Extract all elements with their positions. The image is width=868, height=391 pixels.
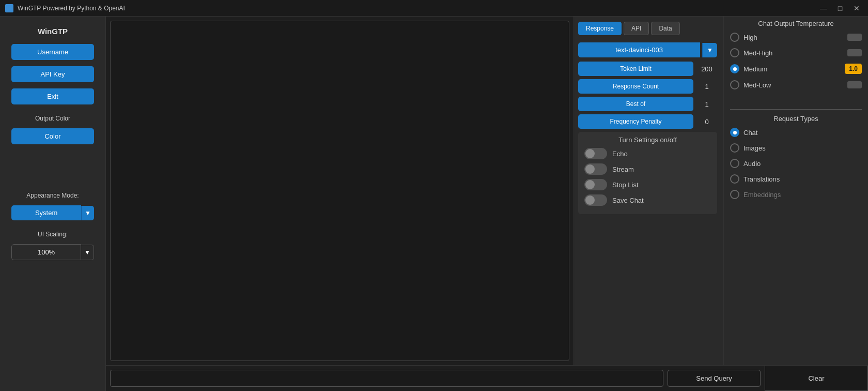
- titlebar-left: WinGTP Powered by Python & OpenAI: [5, 4, 125, 12]
- temp-radio-high[interactable]: [730, 33, 739, 42]
- upper-area: Response API Data text-davinci-003 ▼: [106, 17, 868, 365]
- req-label-1: Images: [743, 144, 766, 152]
- clear-button[interactable]: Clear: [765, 366, 868, 391]
- temp-value-badge: 1.0: [845, 64, 862, 74]
- bottom-left: Send Query: [106, 366, 765, 391]
- toggles-list: EchoStreamStop ListSave Chat: [584, 148, 711, 206]
- temp-slider-track-1: [847, 49, 862, 56]
- param-value-3: 0: [696, 118, 717, 126]
- temp-radio-medium[interactable]: [730, 64, 739, 73]
- req-option-row-2: Audio: [730, 159, 862, 168]
- temp-radio-medlow[interactable]: [730, 80, 739, 89]
- appearance-mode-arrow[interactable]: ▼: [81, 206, 94, 220]
- toggle-row-3: Save Chat: [584, 194, 711, 206]
- temp-request-wrapper: Chat Output Temperature HighMed-HighMedi…: [724, 17, 868, 365]
- req-radio-chat[interactable]: [730, 128, 739, 137]
- req-option-row-4: Embeddings: [730, 190, 862, 199]
- request-types-title: Request Types: [730, 115, 862, 123]
- appearance-mode-select[interactable]: System: [11, 205, 81, 220]
- toggle-switch-stop-list[interactable]: [584, 179, 607, 190]
- temp-option-row-2: Medium1.0: [730, 64, 862, 74]
- param-value-2: 1: [696, 100, 717, 108]
- param-row-2: Best of1: [578, 97, 717, 111]
- req-radio-embeddings[interactable]: [730, 190, 739, 199]
- ui-scaling-select[interactable]: 100%: [11, 244, 81, 260]
- param-row-0: Token Limit200: [578, 62, 717, 76]
- toggle-switch-save-chat[interactable]: [584, 194, 607, 206]
- right-panel: Response API Data text-davinci-003 ▼: [574, 17, 868, 365]
- req-label-3: Translations: [743, 175, 780, 183]
- tabs-row: Response API Data: [578, 20, 719, 37]
- req-radio-translations[interactable]: [730, 174, 739, 184]
- param-label-0[interactable]: Token Limit: [578, 62, 693, 76]
- settings-content: text-davinci-003 ▼ Token Limit200Respons…: [578, 42, 719, 362]
- tab-data[interactable]: Data: [651, 22, 679, 35]
- temperature-options: HighMed-HighMedium1.0Med-Low: [730, 33, 862, 89]
- tab-api[interactable]: API: [624, 22, 649, 35]
- send-query-button[interactable]: Send Query: [668, 370, 761, 387]
- right-top: Response API Data text-davinci-003 ▼: [574, 17, 868, 365]
- req-option-row-1: Images: [730, 143, 862, 153]
- temp-slider-track-0: [847, 34, 862, 41]
- toggle-switch-echo[interactable]: [584, 148, 607, 159]
- param-value-0: 200: [696, 65, 717, 73]
- query-input[interactable]: [110, 370, 663, 387]
- toggle-row-1: Stream: [584, 163, 711, 175]
- req-radio-audio[interactable]: [730, 159, 739, 168]
- model-row: text-davinci-003 ▼: [578, 42, 717, 57]
- bottom-bar: Send Query Clear: [106, 365, 868, 391]
- settings-wrapper: Response API Data text-davinci-003 ▼: [574, 17, 724, 365]
- request-type-options: ChatImagesAudioTranslationsEmbeddings: [730, 128, 862, 199]
- color-button[interactable]: Color: [11, 128, 94, 144]
- toggle-label-2: Stop List: [612, 181, 639, 189]
- titlebar: WinGTP Powered by Python & OpenAI — □ ✕: [0, 0, 868, 17]
- temp-option-row-3: Med-Low: [730, 80, 862, 89]
- toggle-row-2: Stop List: [584, 179, 711, 190]
- main-layout: WinGTP Username API Key Exit Output Colo…: [0, 17, 868, 391]
- request-types-section: Request Types ChatImagesAudioTranslation…: [730, 115, 862, 205]
- param-row-3: Frequency Penalty0: [578, 114, 717, 129]
- divider: [730, 109, 862, 110]
- minimize-button[interactable]: —: [817, 2, 830, 14]
- temperature-title: Chat Output Temperature: [730, 20, 862, 27]
- close-button[interactable]: ✕: [850, 2, 863, 14]
- center-panel: [106, 17, 574, 365]
- temp-option-row-0: High: [730, 33, 862, 42]
- exit-button[interactable]: Exit: [11, 88, 94, 104]
- username-button[interactable]: Username: [11, 44, 94, 60]
- model-arrow[interactable]: ▼: [702, 43, 717, 57]
- temperature-section: Chat Output Temperature HighMed-HighMedi…: [730, 20, 862, 96]
- param-row-1: Response Count1: [578, 79, 717, 94]
- titlebar-title: WinGTP Powered by Python & OpenAI: [18, 5, 125, 12]
- appearance-mode-label: Appearance Mode:: [26, 192, 79, 199]
- tab-response[interactable]: Response: [578, 22, 622, 35]
- ui-scaling-arrow[interactable]: ▼: [81, 245, 94, 260]
- model-select[interactable]: text-davinci-003: [578, 42, 700, 57]
- req-radio-images[interactable]: [730, 143, 739, 153]
- toggle-label-3: Save Chat: [612, 197, 644, 204]
- toggle-label-1: Stream: [612, 166, 634, 173]
- sidebar: WinGTP Username API Key Exit Output Colo…: [0, 17, 106, 391]
- req-label-4: Embeddings: [743, 191, 781, 199]
- app-icon: [5, 4, 13, 12]
- req-option-row-3: Translations: [730, 174, 862, 184]
- param-label-3[interactable]: Frequency Penalty: [578, 114, 693, 129]
- temp-label-1: Med-High: [743, 49, 772, 57]
- param-label-2[interactable]: Best of: [578, 97, 693, 111]
- bottom-right: Clear: [765, 366, 868, 391]
- toggle-label-0: Echo: [612, 150, 628, 158]
- output-area: [110, 21, 569, 361]
- maximize-button[interactable]: □: [834, 2, 846, 14]
- output-color-label: Output Color: [35, 115, 70, 122]
- param-value-1: 1: [696, 83, 717, 91]
- ui-scaling-label: UI Scaling:: [38, 231, 68, 238]
- sidebar-title: WinGTP: [38, 27, 68, 36]
- temp-radio-medhigh[interactable]: [730, 48, 739, 57]
- toggle-row-0: Echo: [584, 148, 711, 159]
- param-label-1[interactable]: Response Count: [578, 79, 693, 94]
- toggle-switch-stream[interactable]: [584, 163, 607, 175]
- req-label-0: Chat: [743, 129, 757, 137]
- ui-scaling-row: 100% ▼: [11, 244, 94, 260]
- api-key-button[interactable]: API Key: [11, 66, 94, 82]
- temp-label-2: Medium: [743, 65, 767, 73]
